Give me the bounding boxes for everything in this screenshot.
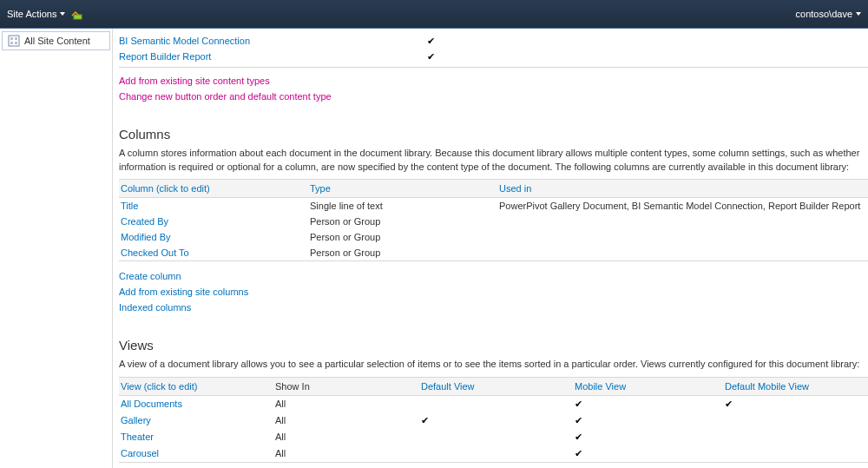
content-type-row: Report Builder Report ✔ <box>119 49 868 64</box>
svg-rect-3 <box>15 37 17 40</box>
indexed-columns-link[interactable]: Indexed columns <box>119 300 868 315</box>
view-name-link[interactable]: Gallery <box>121 415 151 425</box>
views-section-desc: A view of a document library allows you … <box>119 358 868 371</box>
topbar-left: Site Actions <box>7 7 84 21</box>
content-types-list: BI Semantic Model Connection ✔ Report Bu… <box>119 33 868 64</box>
checkmark-icon: ✔ <box>421 415 429 425</box>
view-defmobile: ✔ <box>723 395 868 412</box>
left-sidebar: All Site Content <box>0 29 113 468</box>
views-header-mobile: Mobile View <box>573 377 723 395</box>
view-default <box>419 395 573 412</box>
navigate-up-icon[interactable] <box>70 7 84 21</box>
columns-table: Column (click to edit) Type Used in Titl… <box>119 179 868 261</box>
columns-actions: Create column Add from existing site col… <box>119 268 868 315</box>
view-defmobile <box>723 445 868 463</box>
column-used-in <box>497 214 868 229</box>
content-type-row: BI Semantic Model Connection ✔ <box>119 33 868 49</box>
table-row: TheaterAll✔ <box>119 429 868 445</box>
table-row: Title Single line of text PowerPivot Gal… <box>119 198 868 214</box>
view-name-link[interactable]: All Documents <box>121 399 182 409</box>
column-used-in <box>497 245 868 261</box>
content-type-actions: Add from existing site content types Cha… <box>119 73 868 104</box>
view-defmobile <box>723 412 868 429</box>
svg-rect-4 <box>10 42 13 44</box>
column-type: Person or Group <box>308 214 497 229</box>
content-type-link[interactable]: BI Semantic Model Connection <box>119 36 427 46</box>
views-header-showin: Show In <box>273 377 419 395</box>
columns-header-type: Type <box>308 180 497 198</box>
views-header-defmobile: Default Mobile View <box>723 377 868 395</box>
columns-section-desc: A column stores information about each d… <box>119 147 868 174</box>
svg-rect-0 <box>74 15 82 19</box>
caret-down-icon <box>856 12 861 16</box>
user-label: contoso\dave <box>796 9 852 19</box>
table-row: All DocumentsAll✔✔ <box>119 395 868 412</box>
divider <box>119 67 868 68</box>
add-content-type-link[interactable]: Add from existing site content types <box>119 73 868 89</box>
checkmark-icon: ✔ <box>575 448 582 458</box>
checkmark-icon: ✔ <box>575 399 582 409</box>
views-header-default: Default View <box>419 377 573 395</box>
change-button-order-link[interactable]: Change new button order and default cont… <box>119 89 868 104</box>
checkmark-icon: ✔ <box>575 415 582 425</box>
view-mobile: ✔ <box>573 395 723 412</box>
view-default <box>419 429 573 445</box>
view-name-link[interactable]: Carousel <box>121 448 159 458</box>
sidebar-item-all-site-content[interactable]: All Site Content <box>2 31 110 50</box>
all-content-icon <box>8 35 20 47</box>
view-showin: All <box>273 412 419 429</box>
view-showin: All <box>273 445 419 463</box>
table-row: CarouselAll✔ <box>119 445 868 463</box>
svg-rect-1 <box>9 36 19 46</box>
sidebar-item-label: All Site Content <box>24 36 90 46</box>
column-used-in: PowerPivot Gallery Document, BI Semantic… <box>497 198 868 214</box>
view-mobile: ✔ <box>573 412 723 429</box>
checkmark-icon: ✔ <box>575 432 582 442</box>
checkmark-icon: ✔ <box>427 51 435 63</box>
view-mobile: ✔ <box>573 429 723 445</box>
table-row: Modified By Person or Group <box>119 229 868 245</box>
views-section-title: Views <box>119 338 868 353</box>
column-used-in <box>497 229 868 245</box>
view-default: ✔ <box>419 412 573 429</box>
column-type: Person or Group <box>308 245 497 261</box>
column-type: Single line of text <box>308 198 497 214</box>
add-existing-columns-link[interactable]: Add from existing site columns <box>119 284 868 300</box>
views-table: View (click to edit) Show In Default Vie… <box>119 377 868 463</box>
content-type-link[interactable]: Report Builder Report <box>119 51 427 62</box>
column-name-link[interactable]: Created By <box>121 216 168 227</box>
view-name-link[interactable]: Theater <box>121 432 154 442</box>
table-row: GalleryAll✔✔ <box>119 412 868 429</box>
user-menu[interactable]: contoso\dave <box>796 9 861 19</box>
columns-header-used: Used in <box>497 180 868 198</box>
table-row: Checked Out To Person or Group <box>119 245 868 261</box>
checkmark-icon: ✔ <box>427 36 435 47</box>
views-header-view: View (click to edit) <box>119 377 273 395</box>
view-mobile: ✔ <box>573 445 723 463</box>
columns-header-name: Column (click to edit) <box>119 180 308 198</box>
column-name-link[interactable]: Modified By <box>121 232 170 242</box>
column-type: Person or Group <box>308 229 497 245</box>
columns-section-title: Columns <box>119 127 868 142</box>
column-name-link[interactable]: Checked Out To <box>121 247 189 258</box>
view-showin: All <box>273 429 419 445</box>
site-actions-label: Site Actions <box>7 9 56 19</box>
create-column-link[interactable]: Create column <box>119 268 868 284</box>
site-actions-menu[interactable]: Site Actions <box>7 9 65 19</box>
table-row: Created By Person or Group <box>119 214 868 229</box>
ribbon-topbar: Site Actions contoso\dave <box>0 0 868 29</box>
view-showin: All <box>273 395 419 412</box>
caret-down-icon <box>60 12 65 16</box>
view-default <box>419 445 573 463</box>
svg-rect-5 <box>15 42 17 44</box>
view-defmobile <box>723 429 868 445</box>
column-name-link[interactable]: Title <box>121 201 138 211</box>
main-content: BI Semantic Model Connection ✔ Report Bu… <box>113 29 868 468</box>
svg-rect-2 <box>10 37 13 40</box>
checkmark-icon: ✔ <box>725 399 733 409</box>
